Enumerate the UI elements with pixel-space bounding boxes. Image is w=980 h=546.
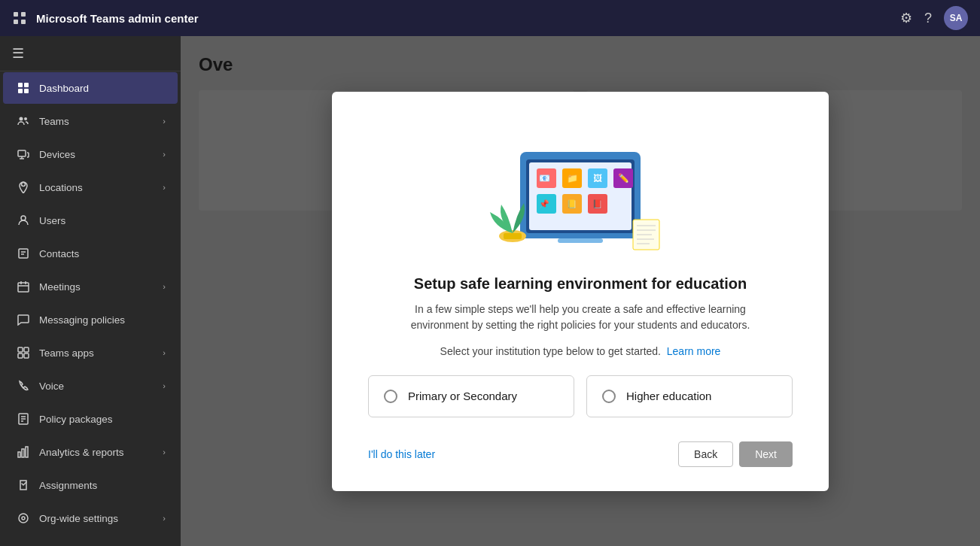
teams-icon — [15, 113, 32, 129]
next-button[interactable]: Next — [739, 441, 793, 467]
svg-rect-3 — [21, 20, 26, 24]
avatar[interactable]: SA — [944, 6, 968, 30]
sidebar-label-policy: Policy packages — [39, 414, 166, 425]
sidebar-item-voice[interactable]: Voice › — [3, 370, 178, 402]
option-higher-education-label: Higher education — [626, 390, 711, 402]
svg-rect-24 — [18, 353, 23, 358]
analytics-chevron: › — [163, 447, 166, 457]
svg-rect-0 — [14, 12, 18, 17]
users-icon — [15, 212, 32, 229]
sidebar-item-teams-apps[interactable]: Teams apps › — [3, 337, 178, 369]
option-higher-education[interactable]: Higher education — [586, 375, 793, 417]
svg-text:📒: 📒 — [567, 199, 577, 209]
svg-text:📧: 📧 — [539, 172, 550, 184]
sidebar-item-users[interactable]: Users — [3, 205, 178, 236]
devices-icon — [15, 146, 32, 162]
sidebar-label-contacts: Contacts — [39, 248, 166, 259]
messaging-icon — [15, 311, 32, 328]
sidebar-item-teams[interactable]: Teams › — [3, 105, 178, 137]
svg-text:📕: 📕 — [592, 199, 603, 209]
sidebar-label-assignments: Assignments — [39, 480, 166, 491]
svg-rect-31 — [22, 449, 24, 457]
svg-rect-2 — [14, 20, 18, 24]
svg-rect-5 — [24, 83, 29, 87]
svg-text:📁: 📁 — [567, 172, 578, 184]
svg-rect-4 — [18, 83, 23, 87]
svg-point-8 — [20, 117, 23, 121]
sidebar-item-dashboard[interactable]: Dashboard — [3, 72, 178, 104]
topbar: Microsoft Teams admin center ⚙ ? SA — [0, 0, 980, 36]
locations-icon — [15, 179, 32, 196]
voice-icon — [15, 378, 32, 394]
sidebar-label-analytics: Analytics & reports — [39, 447, 163, 458]
sidebar-item-messaging[interactable]: Messaging policies — [3, 304, 178, 335]
sidebar: ☰ Dashboard Teams › — [0, 36, 181, 546]
svg-rect-7 — [24, 89, 29, 93]
policy-icon — [15, 411, 32, 427]
main-layout: ☰ Dashboard Teams › — [0, 36, 980, 546]
sidebar-item-meetings[interactable]: Meetings › — [3, 271, 178, 302]
modal-illustration: 📧 📁 🖼 ✏️ 📌 📒 📕 — [482, 122, 678, 257]
svg-point-9 — [24, 117, 27, 120]
svg-point-13 — [22, 183, 26, 187]
skip-button[interactable]: I'll do this later — [368, 442, 435, 466]
sidebar-label-dashboard: Dashboard — [39, 83, 166, 94]
sidebar-label-teams-apps: Teams apps — [39, 347, 163, 359]
modal-btn-group: Back Next — [678, 441, 793, 467]
radio-primary-secondary[interactable] — [384, 390, 397, 403]
svg-rect-6 — [18, 89, 23, 93]
svg-rect-25 — [24, 353, 29, 358]
sidebar-label-voice: Voice — [39, 381, 163, 392]
sidebar-item-planning[interactable]: Planning › — [3, 535, 178, 546]
topbar-title: Microsoft Teams admin center — [36, 12, 900, 25]
radio-higher-education[interactable] — [602, 390, 616, 403]
modal-options: Primary or Secondary Higher education — [368, 375, 793, 417]
svg-text:🖼: 🖼 — [593, 173, 602, 184]
svg-rect-40 — [558, 238, 603, 243]
dashboard-icon — [15, 80, 32, 96]
teams-apps-icon — [15, 344, 32, 361]
svg-rect-32 — [26, 447, 28, 457]
sidebar-item-org[interactable]: Org-wide settings › — [3, 502, 178, 534]
sidebar-item-locations[interactable]: Locations › — [3, 171, 178, 203]
svg-rect-1 — [21, 12, 26, 17]
sidebar-item-devices[interactable]: Devices › — [3, 138, 178, 170]
svg-point-34 — [22, 517, 25, 520]
svg-rect-22 — [18, 347, 23, 352]
svg-text:✏️: ✏️ — [618, 172, 629, 184]
sidebar-item-analytics[interactable]: Analytics & reports › — [3, 436, 178, 468]
org-icon — [15, 510, 32, 526]
grid-icon — [12, 11, 27, 26]
option-primary-secondary[interactable]: Primary or Secondary — [368, 375, 574, 417]
topbar-icons: ⚙ ? SA — [900, 6, 968, 30]
svg-rect-30 — [18, 452, 20, 457]
help-icon[interactable]: ? — [924, 11, 932, 26]
org-chevron: › — [163, 514, 166, 523]
sidebar-item-assignments[interactable]: Assignments — [3, 469, 178, 501]
sidebar-label-locations: Locations — [39, 182, 163, 193]
locations-chevron: › — [163, 183, 166, 192]
svg-text:📌: 📌 — [539, 199, 549, 209]
analytics-icon — [15, 444, 32, 460]
meetings-icon — [15, 278, 32, 295]
devices-chevron: › — [163, 150, 166, 159]
contacts-icon — [15, 245, 32, 262]
sidebar-header: ☰ — [0, 36, 181, 71]
sidebar-item-policy[interactable]: Policy packages — [3, 403, 178, 435]
sidebar-label-teams: Teams — [39, 116, 163, 127]
sidebar-item-contacts[interactable]: Contacts — [3, 238, 178, 269]
assignments-icon — [15, 477, 32, 493]
svg-rect-18 — [18, 283, 29, 292]
content-area: Ove — [181, 36, 980, 546]
option-primary-secondary-label: Primary or Secondary — [408, 390, 517, 402]
settings-icon[interactable]: ⚙ — [900, 10, 912, 26]
svg-rect-15 — [19, 249, 28, 258]
meetings-chevron: › — [163, 282, 166, 291]
back-button[interactable]: Back — [678, 441, 733, 467]
hamburger-icon[interactable]: ☰ — [12, 45, 24, 62]
sidebar-label-users: Users — [39, 215, 166, 226]
modal-overlay: 📧 📁 🖼 ✏️ 📌 📒 📕 — [181, 36, 980, 546]
learn-more-link[interactable]: Learn more — [667, 345, 721, 357]
svg-point-33 — [19, 514, 28, 523]
modal-footer: I'll do this later Back Next — [368, 441, 793, 467]
